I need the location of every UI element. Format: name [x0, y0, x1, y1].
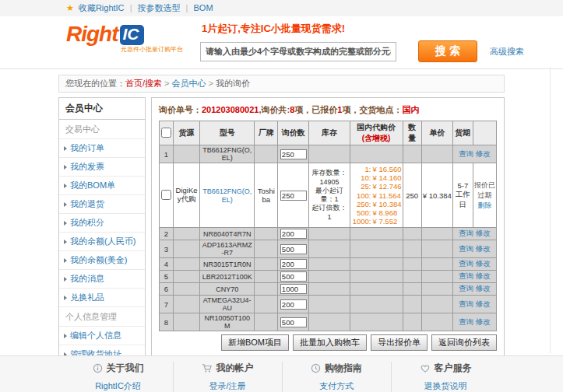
- modify-link[interactable]: 修改: [476, 284, 491, 292]
- add-bom-item-button[interactable]: 新增BOM项目: [221, 334, 289, 351]
- returns-policy-link[interactable]: 退换货说明: [424, 380, 467, 392]
- search-input[interactable]: [200, 42, 396, 61]
- sidebar-item-bom[interactable]: 我的BOM单: [59, 177, 145, 195]
- arrow-icon: [64, 165, 67, 170]
- sidebar-item-orders[interactable]: 我的订单: [59, 139, 145, 158]
- modify-link[interactable]: 修改: [476, 299, 491, 308]
- login-register-link[interactable]: 登录/注册: [209, 380, 245, 392]
- breadcrumb-member-link[interactable]: 会员中心: [172, 79, 206, 88]
- sidebar-item-label[interactable]: 我的BOM单: [70, 180, 115, 191]
- qty-input[interactable]: [280, 299, 307, 310]
- query-link[interactable]: 查询: [459, 244, 473, 253]
- qty-input[interactable]: [280, 244, 307, 254]
- sidebar-item-label[interactable]: 我的积分: [70, 217, 104, 229]
- query-link[interactable]: 查询: [459, 299, 473, 308]
- sidebar-item-invoices[interactable]: 我的发票: [59, 158, 145, 177]
- query-link[interactable]: 查询: [459, 149, 473, 158]
- breadcrumb: 您现在的位置：首页/搜索>会员中心>我的询价: [58, 75, 505, 93]
- qty-input[interactable]: [280, 271, 307, 282]
- query-link[interactable]: 查询: [459, 284, 473, 292]
- qty-input[interactable]: [280, 229, 307, 239]
- breadcrumb-separator: >: [209, 79, 213, 88]
- quote-stock: 库存数量：14905 最小起订量：1 起订倍数：1: [309, 163, 350, 228]
- sidebar-item-label[interactable]: 兑换礼品: [70, 292, 104, 303]
- row-actions: 查询 修改: [452, 228, 496, 240]
- arrow-icon: [64, 334, 67, 338]
- bom-link[interactable]: BOM: [194, 3, 213, 12]
- arrow-icon: [64, 277, 67, 282]
- qty-input[interactable]: [280, 191, 307, 201]
- modify-link[interactable]: 修改: [476, 259, 491, 268]
- sidebar-item-returns[interactable]: 我的退货: [59, 195, 145, 214]
- quote-model-link[interactable]: TB6612FNG(O,EL): [202, 187, 252, 204]
- row-no: 4: [160, 258, 174, 271]
- sidebar-item-label[interactable]: 我的消息: [70, 273, 104, 285]
- query-link[interactable]: 查询: [459, 229, 473, 237]
- sidebar-group-profile: 个人信息管理: [59, 307, 145, 327]
- sidebar-item-points[interactable]: 我的积分: [59, 214, 145, 233]
- qty-input[interactable]: [280, 149, 307, 159]
- sidebar-item-messages[interactable]: 我的消息: [59, 270, 145, 289]
- breadcrumb-current: 我的询价: [216, 79, 250, 88]
- query-link[interactable]: 查询: [459, 317, 473, 326]
- sidebar-item-balance-rmb[interactable]: 我的余额(人民币): [59, 233, 145, 251]
- select-all-checkbox[interactable]: [161, 128, 171, 138]
- divider: |: [186, 3, 188, 12]
- col-brand: 厂牌: [255, 121, 278, 145]
- table-row: 1 TB6612FNG(O,EL) 查询 修改: [160, 145, 497, 163]
- logo-text: Right: [66, 22, 118, 46]
- sidebar-item-label[interactable]: 编辑个人信息: [70, 330, 121, 341]
- sidebar-item-balance-usd[interactable]: 我的余额(美金): [59, 251, 145, 270]
- favorite-link[interactable]: 收藏RightIC: [79, 3, 125, 12]
- modify-link[interactable]: 修改: [476, 229, 491, 237]
- quote-status-cell: 报价已过期 删除: [473, 163, 496, 228]
- qty-input[interactable]: [280, 284, 307, 294]
- divider: |: [130, 3, 132, 12]
- rightic-intro-link[interactable]: RightIC介绍: [95, 380, 141, 392]
- delete-link[interactable]: 删除: [477, 201, 491, 209]
- advanced-search-link[interactable]: 高级搜索: [490, 46, 524, 58]
- back-to-inquiry-list-button[interactable]: 返回询价列表: [431, 334, 497, 351]
- query-link[interactable]: 查询: [459, 271, 473, 280]
- search-button[interactable]: 搜 索: [418, 40, 477, 62]
- row-model: NR8040T4R7N: [200, 228, 255, 240]
- inquiry-no-value: 201203080021: [202, 105, 259, 114]
- page-edge-divider: [550, 67, 551, 353]
- arrow-icon: [64, 202, 67, 207]
- footer-title: 客户服务: [435, 362, 472, 375]
- modify-link[interactable]: 修改: [476, 317, 491, 326]
- footer-title: 购物指南: [325, 362, 362, 375]
- sidebar-item-gifts[interactable]: 兑换礼品: [59, 289, 145, 307]
- row-no: 6: [160, 283, 174, 296]
- col-actions: [473, 121, 496, 145]
- col-unit-price: 单价: [421, 121, 452, 145]
- query-link[interactable]: 查询: [459, 259, 473, 268]
- row-actions: 查询 修改: [452, 258, 496, 271]
- sidebar-item-label[interactable]: 我的退货: [70, 198, 104, 210]
- modify-link[interactable]: 修改: [476, 271, 491, 280]
- arrow-icon: [64, 146, 67, 151]
- row-model: ADP1613ARMZ-R7: [200, 240, 255, 258]
- modify-link[interactable]: 修改: [476, 244, 491, 253]
- batch-add-to-cart-button[interactable]: 批量加入购物车: [293, 334, 367, 351]
- qty-input[interactable]: [280, 317, 307, 327]
- sidebar-item-label[interactable]: 我的订单: [70, 142, 104, 154]
- col-inq-qty: 询价数: [278, 121, 309, 145]
- payment-methods-link[interactable]: 支付方式: [319, 380, 354, 392]
- param-select-link[interactable]: 按参数选型: [138, 3, 181, 12]
- qty-input[interactable]: [280, 259, 307, 269]
- sidebar-item-edit-profile[interactable]: 编辑个人信息: [59, 327, 145, 345]
- breadcrumb-home-link[interactable]: 首页/搜索: [125, 79, 162, 88]
- sidebar-item-label[interactable]: 我的余额(美金): [70, 254, 127, 266]
- footer-title: 关于我们: [107, 362, 144, 375]
- logo[interactable]: RightIC 元器件小批量订购平台: [66, 22, 197, 54]
- sidebar-item-label[interactable]: 我的余额(人民币): [70, 236, 135, 247]
- footer-col-about: 关于我们 RightIC介绍: [64, 362, 173, 392]
- row-no: 2: [160, 228, 174, 240]
- export-quote-button[interactable]: 导出报价单: [371, 334, 428, 351]
- arrow-icon: [64, 258, 67, 263]
- modify-link[interactable]: 修改: [476, 149, 491, 158]
- row-checkbox[interactable]: [161, 190, 171, 200]
- sidebar-item-label[interactable]: 我的发票: [70, 161, 104, 173]
- arrow-icon: [64, 221, 67, 226]
